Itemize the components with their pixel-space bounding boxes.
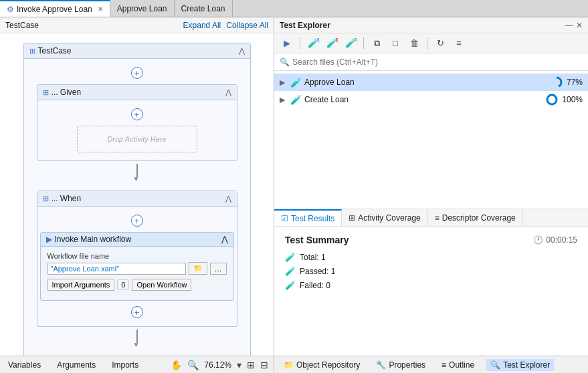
breadcrumb: TestCase	[5, 21, 39, 30]
testcase-header: ⊞ TestCase ⋀	[24, 43, 250, 59]
tab-icon: ⚙	[7, 5, 14, 14]
grid-icon[interactable]: ⊟	[260, 360, 268, 370]
copy-btn[interactable]: ⧉	[369, 36, 384, 51]
given-block: ⊞ ... Given ⋀ + Drop Activity Here	[37, 84, 237, 161]
hand-icon[interactable]: ✋	[171, 360, 182, 370]
expand-icon-create-loan[interactable]: ▶	[280, 96, 288, 104]
object-repository-tab[interactable]: 📁 Object Repository	[280, 359, 364, 371]
test-explorer-header: Test Explorer — ✕	[274, 17, 588, 33]
grid-icon-tab: ⊞	[349, 213, 355, 223]
separator-3	[427, 37, 427, 49]
right-panel: Test Explorer — ✕ ▶ 🧪 1 🧪 1 🧪 0 ⧉	[274, 17, 588, 373]
properties-tab[interactable]: 🔧 Properties	[372, 359, 429, 371]
separator-1	[300, 37, 300, 49]
import-args-btn[interactable]: Import Arguments	[47, 279, 115, 291]
search-icon[interactable]: 🔍	[187, 360, 199, 370]
open-workflow-btn[interactable]: Open Workflow	[132, 279, 191, 291]
add-btn-top[interactable]: +	[131, 67, 143, 79]
tab-descriptor-coverage[interactable]: ≡ Descriptor Coverage	[428, 209, 523, 226]
when-header: ⊞ ... When ⋀	[37, 191, 237, 207]
unpin-icon[interactable]: ✕	[576, 21, 583, 30]
run-btn[interactable]: ▶	[280, 36, 294, 51]
arrow-given-when	[136, 164, 138, 177]
approve-loan-progress: 77%	[551, 76, 583, 88]
tab-create-loan[interactable]: Create Loan	[175, 0, 233, 17]
arrow-when-then	[136, 330, 138, 343]
test-summary-title: Test Summary	[285, 235, 349, 245]
when-block: ⊞ ... When ⋀ +	[37, 191, 237, 327]
pin-icon[interactable]: —	[565, 21, 573, 30]
test-tree-item-approve-loan[interactable]: ▶ 🧪 Approve Loan 77%	[274, 74, 588, 91]
given-body: + Drop Activity Here	[37, 100, 237, 160]
imports-tab[interactable]: Imports	[109, 359, 141, 371]
zoom-label: 76.12%	[204, 360, 231, 370]
flask-pass-btn[interactable]: 🧪 1	[306, 36, 320, 51]
tab-bar: ⚙ Invoke Approve Loan ✕ Approve Loan Cre…	[0, 0, 588, 17]
test-bottom: ☑ Test Results ⊞ Activity Coverage ≡ Des…	[274, 209, 588, 356]
total-label: Total: 1	[300, 253, 326, 262]
when-collapse-btn[interactable]: ⋀	[225, 195, 231, 203]
given-header: ⊞ ... Given ⋀	[37, 85, 237, 100]
outline-tab[interactable]: ≡ Outline	[437, 359, 478, 371]
properties-icon: 🔧	[376, 360, 386, 370]
testcase-body: + ⊞ ... Given ⋀ +	[24, 59, 250, 356]
close-icon[interactable]: ✕	[98, 5, 103, 13]
zoom-dropdown-icon[interactable]: ▾	[237, 360, 241, 370]
testcase-collapse-btn[interactable]: ⋀	[239, 47, 245, 55]
flask-skip-btn[interactable]: 🧪 0	[343, 36, 358, 51]
given-icon: ⊞	[43, 88, 49, 97]
play-icon: ▶	[46, 235, 52, 244]
test-explorer-pins: — ✕	[565, 21, 583, 30]
stop-btn[interactable]: □	[388, 36, 403, 51]
tab-approve-loan[interactable]: Approve Loan	[110, 0, 175, 17]
test-tree-item-create-loan[interactable]: ▶ 🧪 Create Loan 100%	[274, 91, 588, 108]
time-value: 00:00:15	[546, 235, 577, 245]
testcase-block: ⊞ TestCase ⋀ + ⊞ ... Given	[23, 43, 251, 356]
test-bottom-tabs: ☑ Test Results ⊞ Activity Coverage ≡ Des…	[274, 209, 588, 227]
tab-activity-coverage[interactable]: ⊞ Activity Coverage	[342, 209, 427, 226]
test-summary-header: Test Summary 🕐 00:00:15	[285, 235, 577, 245]
when-add-btn-bottom[interactable]: +	[131, 306, 143, 318]
expand-all-btn[interactable]: Expand All	[183, 21, 221, 30]
delete-btn[interactable]: 🗑	[407, 36, 421, 51]
list-icon-tab: ≡	[435, 213, 439, 223]
workflow-file-row: 📁 …	[47, 262, 227, 275]
refresh-btn[interactable]: ↻	[433, 36, 448, 51]
when-add-btn[interactable]: +	[131, 215, 143, 227]
tab-test-results[interactable]: ☑ Test Results	[274, 209, 342, 226]
testcase-icon: ⊞	[29, 47, 35, 55]
collapse-all-btn[interactable]: Collapse All	[226, 21, 268, 30]
fit-icon[interactable]: ⊞	[247, 360, 255, 370]
given-collapse-btn[interactable]: ⋀	[225, 88, 231, 97]
browse-btn[interactable]: 📁	[189, 262, 207, 275]
arguments-tab[interactable]: Arguments	[54, 359, 98, 371]
designer-toolbar: TestCase Expand All Collapse All	[0, 17, 274, 33]
invoke-collapse-btn[interactable]: ⋀	[221, 235, 228, 244]
search-input[interactable]	[292, 57, 583, 67]
flask-icon-create-loan: 🧪	[290, 94, 302, 105]
given-add-btn[interactable]: +	[131, 108, 143, 120]
search-bar: 🔍	[274, 53, 588, 71]
svg-point-2	[547, 95, 557, 104]
passed-stat: 🧪 Passed: 1	[285, 266, 577, 276]
expand-icon-approve-loan[interactable]: ▶	[280, 78, 288, 87]
test-explorer-title: Test Explorer	[280, 21, 330, 30]
separator-2	[363, 37, 364, 49]
designer-content: ⊞ TestCase ⋀ + ⊞ ... Given	[0, 33, 274, 356]
test-bottom-content: Test Summary 🕐 00:00:15 🧪 Total: 1 🧪 Pas…	[274, 227, 588, 356]
workflow-file-input[interactable]	[47, 263, 186, 275]
invoke-workflow-header: ▶ Invoke Main workflow ⋀	[41, 233, 233, 247]
flask-icon-approve-loan: 🧪	[290, 77, 302, 88]
create-loan-label: Create Loan	[304, 95, 543, 104]
test-explorer-status-tab[interactable]: 🔍 Test Explorer	[486, 359, 554, 371]
total-stat: 🧪 Total: 1	[285, 252, 577, 262]
create-loan-progress: 100%	[546, 94, 583, 106]
options-btn[interactable]: …	[210, 263, 227, 275]
tab-invoke-approve-loan[interactable]: ⚙ Invoke Approve Loan ✕	[0, 0, 110, 17]
total-icon: 🧪	[285, 252, 296, 262]
filter-btn[interactable]: ≡	[452, 36, 466, 51]
variables-tab[interactable]: Variables	[5, 359, 43, 371]
flask-fail-btn[interactable]: 🧪 1	[324, 36, 339, 51]
failed-icon: 🧪	[285, 280, 296, 290]
test-explorer-status-icon: 🔍	[490, 360, 500, 370]
